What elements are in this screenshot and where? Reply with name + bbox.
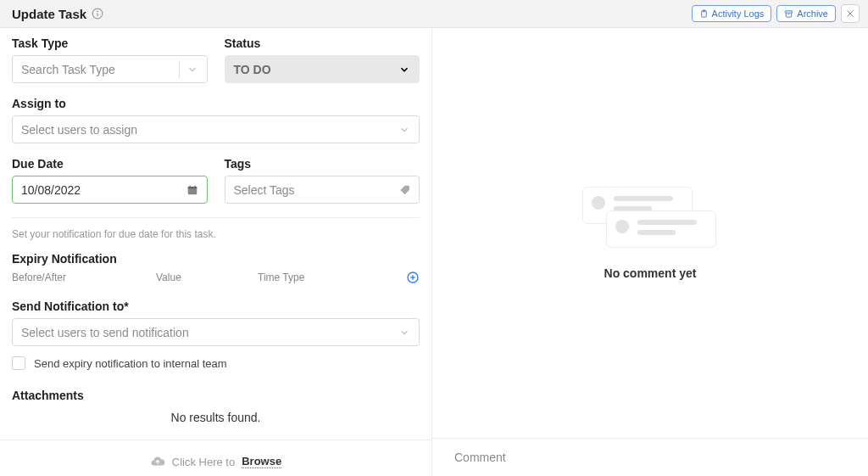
archive-icon: [784, 9, 793, 19]
archive-button[interactable]: Archive: [776, 5, 836, 22]
assign-to-select[interactable]: Select users to assign: [12, 115, 420, 143]
notification-helper: Set your notification for due date for t…: [12, 228, 420, 240]
send-to-placeholder: Select users to send notification: [21, 326, 189, 339]
send-to-label: Send Notification to*: [12, 300, 420, 313]
comment-input[interactable]: Comment: [432, 438, 868, 476]
calendar-icon: [186, 184, 198, 196]
tags-select[interactable]: Select Tags: [225, 176, 420, 204]
browse-prefix: Click Here to: [172, 456, 235, 468]
divider: [12, 217, 420, 218]
status-select[interactable]: TO DO: [225, 55, 420, 83]
divider: [179, 61, 180, 78]
send-to-select[interactable]: Select users to send notification: [12, 318, 420, 346]
chevron-down-icon: [398, 327, 410, 339]
browse-link[interactable]: Browse: [242, 455, 281, 468]
activity-logs-button[interactable]: Activity Logs: [692, 5, 772, 22]
clipboard-icon: [699, 9, 709, 19]
status-value: TO DO: [234, 63, 271, 76]
comment-placeholder: Comment: [454, 451, 506, 464]
task-type-placeholder: Search Task Type: [21, 63, 115, 76]
attachments-label: Attachments: [12, 389, 420, 402]
svg-point-2: [97, 11, 98, 12]
task-type-select[interactable]: Search Task Type: [12, 55, 208, 83]
expiry-col-before-after: Before/After: [12, 272, 156, 283]
add-expiry-button[interactable]: [406, 271, 420, 284]
svg-rect-5: [786, 10, 793, 12]
svg-point-13: [401, 187, 403, 188]
chevron-down-icon: [398, 64, 410, 76]
tag-icon: [398, 184, 410, 196]
close-button[interactable]: [841, 4, 860, 23]
task-type-label: Task Type: [12, 36, 208, 50]
tags-label: Tags: [225, 157, 420, 171]
due-date-label: Due Date: [12, 157, 208, 171]
upload-dropzone[interactable]: Click Here to Browse: [0, 440, 431, 476]
internal-team-checkbox[interactable]: [12, 356, 25, 370]
cloud-upload-icon: [150, 454, 165, 469]
assign-to-placeholder: Select users to assign: [21, 123, 137, 137]
due-date-value: 10/08/2022: [21, 183, 81, 197]
activity-logs-label: Activity Logs: [712, 8, 765, 19]
due-date-input[interactable]: 10/08/2022: [12, 176, 208, 204]
internal-team-label: Send expiry notification to internal tea…: [34, 357, 227, 370]
assign-to-label: Assign to: [12, 97, 420, 110]
info-icon: [92, 8, 103, 20]
chevron-down-icon: [186, 64, 198, 76]
expiry-col-time-type: Time Type: [258, 272, 406, 283]
comments-empty-illustration: [582, 187, 718, 253]
expiry-label: Expiry Notification: [12, 252, 420, 266]
no-comment-text: No comment yet: [604, 266, 697, 280]
chevron-down-icon: [398, 124, 410, 136]
status-label: Status: [225, 36, 420, 50]
page-title: Update Task: [12, 7, 86, 21]
tags-placeholder: Select Tags: [234, 183, 295, 197]
expiry-col-value: Value: [156, 272, 258, 283]
svg-rect-10: [187, 186, 197, 188]
close-icon: [845, 8, 855, 19]
archive-label: Archive: [797, 8, 828, 19]
attachments-empty: No results found.: [12, 411, 420, 424]
